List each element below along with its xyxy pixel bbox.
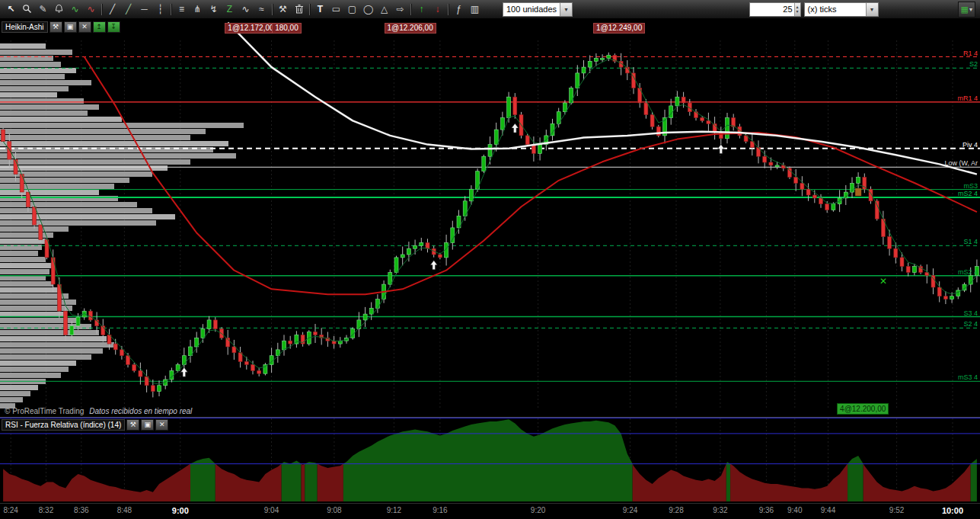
- histogram-tool-icon: ▥: [471, 5, 479, 14]
- ticks-count-spinner[interactable]: 25 ▴▾: [749, 2, 801, 17]
- main-chart-panel[interactable]: ✕R1 4S2mR1 4Piv 4Low (W, ArmS3mS2 4S1 4m…: [0, 19, 980, 417]
- time-label: 9:40: [787, 506, 802, 514]
- text-tool-icon: T: [318, 5, 323, 14]
- panel-icon[interactable]: ▣: [141, 419, 154, 431]
- histogram-tool-button[interactable]: ▥: [467, 2, 483, 17]
- svg-text:mS2 4: mS2 4: [958, 190, 978, 197]
- settings-tool-button[interactable]: ⚒: [275, 2, 291, 17]
- impulse-tool-button[interactable]: ↯: [206, 2, 222, 17]
- close-icon[interactable]: ✕: [155, 419, 168, 431]
- segment-tool-button[interactable]: ╱: [120, 2, 136, 17]
- units-select[interactable]: 100 unidades ▾: [503, 2, 573, 17]
- units-select-value: 100 unidades: [503, 5, 560, 14]
- time-label: 9:20: [531, 506, 545, 514]
- rsi-title: RSI - Fuerza Relativa (índice) (14): [2, 419, 125, 431]
- toolbar-separator: [171, 4, 171, 15]
- chevron-down-icon[interactable]: ▾: [560, 3, 572, 16]
- pitchfork-tool-icon: ⋔: [193, 5, 201, 14]
- order-price-label[interactable]: 1@12.249,00: [593, 23, 645, 34]
- close-icon[interactable]: ✕: [78, 21, 91, 33]
- spinner-down-icon[interactable]: ▾: [796, 9, 799, 14]
- chart-panel-header: Heikin-Ashi ⚒ ▣ ✕ ↥ ↧: [2, 21, 120, 33]
- indicator-tool-button[interactable]: ƒ: [451, 2, 467, 17]
- ellipse-tool-button[interactable]: ◯: [360, 2, 376, 17]
- time-label: 9:16: [433, 506, 447, 514]
- svg-text:mR1 4: mR1 4: [957, 95, 978, 102]
- svg-text:mS2 4: mS2 4: [958, 268, 978, 276]
- trendline-tool-button[interactable]: ╱: [104, 2, 120, 17]
- expand-down-button[interactable]: ↧: [107, 21, 120, 33]
- time-label: 9:12: [387, 506, 401, 514]
- pitchfork-tool-button[interactable]: ⋔: [190, 2, 206, 17]
- bearish-pattern-tool-button[interactable]: ∿: [83, 2, 99, 17]
- delete-tool-button[interactable]: [291, 2, 307, 17]
- callout-tool-icon: ▢: [348, 5, 356, 14]
- highlight-box: [855, 188, 861, 196]
- arrow-tool-button[interactable]: ⇨: [392, 2, 408, 17]
- wrench-icon[interactable]: ⚒: [49, 21, 62, 33]
- pointer-tool-button[interactable]: ↖: [3, 2, 19, 17]
- order-price-label[interactable]: 180,00: [272, 23, 302, 34]
- rsi-panel[interactable]: RSI - Fuerza Relativa (índice) (14) ⚒ ▣ …: [0, 417, 980, 503]
- rsi-panel-header: RSI - Fuerza Relativa (índice) (14) ⚒ ▣ …: [2, 419, 168, 431]
- panel-icon[interactable]: ▣: [64, 21, 77, 33]
- order-price-label[interactable]: 1@12.206,00: [385, 23, 436, 34]
- svg-text:Low (W, Ar: Low (W, Ar: [944, 159, 978, 167]
- prorealtime-app: ↖✎∿∿╱╱─┆≡⋔↯Z∿≈⚒T▭▢◯△⇨↑↓ƒ▥ 100 unidades ▾…: [0, 0, 980, 519]
- zigzag-tool-button[interactable]: Z: [222, 2, 238, 17]
- time-label: 8:48: [117, 506, 132, 514]
- delete-tool-icon: [295, 4, 304, 15]
- price-chart-svg[interactable]: ✕R1 4S2mR1 4Piv 4Low (W, ArmS3mS2 4S1 4m…: [0, 19, 980, 417]
- settings-tool-icon: ⚒: [279, 5, 287, 14]
- bearish-pattern-tool-icon: ∿: [87, 5, 94, 14]
- horizontal-line-tool-button[interactable]: ─: [136, 2, 152, 17]
- time-axis[interactable]: 8:248:328:368:489:009:049:089:129:169:20…: [0, 503, 980, 519]
- wrench-icon[interactable]: ⚒: [126, 419, 139, 431]
- svg-text:R1 4: R1 4: [963, 50, 978, 57]
- triangle-tool-icon: △: [381, 5, 388, 14]
- time-label: 9:52: [889, 506, 904, 514]
- zoom-tool-button[interactable]: [19, 2, 35, 17]
- time-label: 8:36: [74, 506, 88, 514]
- position-label[interactable]: 4@12.200,00: [837, 403, 889, 415]
- timeframe-unit-select[interactable]: (x) ticks ▾: [804, 2, 879, 17]
- sell-arrow-tool-icon: ↓: [436, 5, 440, 14]
- buy-arrow-tool-button[interactable]: ↑: [413, 2, 429, 17]
- vertical-line-tool-button[interactable]: ┆: [152, 2, 168, 17]
- rectangle-tool-button[interactable]: ▭: [328, 2, 344, 17]
- trendline-tool-icon: ╱: [110, 5, 115, 14]
- buy-signal-arrow: [430, 261, 437, 270]
- chevron-down-icon: ▾: [969, 6, 972, 13]
- spinner-arrows[interactable]: ▴▾: [794, 3, 800, 16]
- fibonacci-tool-icon: ≡: [179, 5, 184, 14]
- alert-tool-button[interactable]: [51, 2, 67, 17]
- buy-arrow-tool-icon: ↑: [420, 5, 424, 14]
- bullish-pattern-tool-button[interactable]: ∿: [67, 2, 83, 17]
- order-price-label[interactable]: 1@12.172,00: [225, 23, 276, 34]
- draw-tool-button[interactable]: ✎: [35, 2, 51, 17]
- chart-title: Heikin-Ashi: [2, 21, 48, 33]
- svg-text:mS3 4: mS3 4: [958, 373, 978, 381]
- ellipse-tool-icon: ◯: [363, 5, 373, 14]
- triangle-tool-button[interactable]: △: [376, 2, 392, 17]
- callout-tool-button[interactable]: ▢: [344, 2, 360, 17]
- wave-tool-button[interactable]: ∿: [238, 2, 254, 17]
- time-label: 9:28: [669, 506, 683, 514]
- pointer-tool-icon: ↖: [7, 5, 14, 14]
- time-label: 9:04: [264, 506, 279, 514]
- toolbar-separator: [101, 4, 102, 15]
- ema-red-line: [85, 57, 977, 295]
- expand-up-button[interactable]: ↥: [93, 21, 106, 33]
- buy-signal-arrow: [180, 367, 187, 376]
- toolbar-separator: [448, 4, 449, 15]
- drawing-tools-group: ↖✎∿∿╱╱─┆≡⋔↯Z∿≈⚒T▭▢◯△⇨↑↓ƒ▥: [3, 2, 483, 17]
- sell-arrow-tool-button[interactable]: ↓: [429, 2, 445, 17]
- chevron-down-icon[interactable]: ▾: [866, 3, 878, 16]
- time-label: 9:00: [172, 506, 189, 515]
- fibonacci-tool-button[interactable]: ≡: [174, 2, 190, 17]
- moving-averages: [3, 23, 977, 384]
- time-label: 9:24: [623, 506, 637, 514]
- text-tool-button[interactable]: T: [312, 2, 328, 17]
- elliott-wave-tool-button[interactable]: ≈: [254, 2, 270, 17]
- chart-style-dropdown[interactable]: ▦ ▾: [958, 2, 975, 18]
